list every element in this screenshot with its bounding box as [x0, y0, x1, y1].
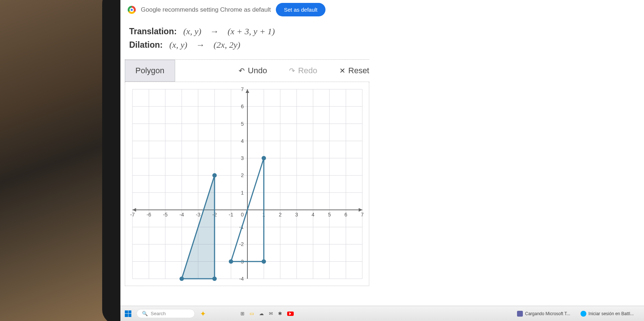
- svg-point-65: [229, 259, 233, 264]
- svg-text:-4: -4: [239, 276, 244, 282]
- search-placeholder: Search: [151, 311, 166, 316]
- youtube-icon[interactable]: [287, 312, 294, 316]
- chrome-icon: [128, 6, 136, 14]
- graph-svg[interactable]: -7-6-5-4-3-2-11234567-4-3-2-112345670: [125, 82, 370, 286]
- svg-marker-29: [359, 208, 362, 212]
- svg-text:4: 4: [241, 138, 244, 144]
- arrow-icon: →: [208, 27, 221, 36]
- search-icon: 🔍: [142, 311, 148, 316]
- dilation-to: (2x, 2y): [213, 40, 240, 50]
- svg-point-61: [180, 277, 184, 281]
- store-icon[interactable]: ✱: [278, 311, 282, 316]
- svg-text:-5: -5: [163, 212, 168, 218]
- redo-icon: ↷: [289, 66, 295, 75]
- reset-button[interactable]: ✕ Reset: [339, 66, 369, 75]
- svg-text:-1: -1: [229, 212, 234, 218]
- svg-point-64: [262, 259, 266, 264]
- taskbar-running-apps: Cargando Microsoft T... Iniciar sesión e…: [514, 309, 644, 318]
- battlenet-icon: [581, 311, 586, 317]
- svg-text:-4: -4: [180, 212, 184, 218]
- svg-text:6: 6: [241, 103, 244, 109]
- svg-point-60: [212, 277, 217, 281]
- svg-text:7: 7: [241, 86, 244, 92]
- copilot-icon[interactable]: ✦: [200, 309, 206, 318]
- redo-button[interactable]: ↷ Redo: [289, 66, 317, 75]
- chrome-default-banner: Google recommends setting Chrome as defa…: [120, 0, 644, 19]
- undo-label: Undo: [248, 66, 267, 75]
- reset-label: Reset: [348, 66, 369, 75]
- taskbar-app-teams[interactable]: Cargando Microsoft T...: [514, 309, 573, 318]
- translation-label: Translation:: [129, 27, 177, 36]
- undo-button[interactable]: ↶ Undo: [239, 66, 267, 75]
- coordinate-graph[interactable]: -7-6-5-4-3-2-11234567-4-3-2-112345670: [125, 82, 369, 286]
- dilation-rule: Dilation: (x, y) → (2x, 2y): [129, 40, 635, 50]
- svg-text:-3: -3: [196, 212, 201, 218]
- svg-text:4: 4: [312, 212, 315, 218]
- svg-text:5: 5: [241, 121, 244, 127]
- taskbar-pinned: ⊞ ▭ ☁ ✉ ✱: [240, 311, 294, 316]
- svg-text:3: 3: [295, 212, 298, 218]
- screen-content: Google recommends setting Chrome as defa…: [120, 0, 644, 321]
- undo-icon: ↶: [239, 66, 245, 75]
- svg-text:-7: -7: [130, 212, 135, 218]
- svg-text:-6: -6: [147, 212, 151, 218]
- polygon-button[interactable]: Polygon: [125, 60, 175, 82]
- svg-point-59: [212, 173, 217, 177]
- svg-text:3: 3: [241, 155, 244, 161]
- windows-taskbar: 🔍 Search ✦ ⊞ ▭ ☁ ✉ ✱ Cargando Microsoft …: [120, 306, 644, 321]
- teams-icon: [517, 311, 523, 317]
- svg-text:5: 5: [328, 212, 331, 218]
- svg-text:6: 6: [344, 212, 347, 218]
- svg-point-63: [262, 156, 266, 160]
- start-icon[interactable]: [125, 310, 131, 317]
- taskbar-app-assignment[interactable]: Assignment Player - G...: [641, 309, 644, 318]
- mail-icon[interactable]: ✉: [269, 311, 273, 316]
- chrome-banner-text: Google recommends setting Chrome as defa…: [141, 6, 271, 13]
- graph-toolbar: Polygon ↶ Undo ↷ Redo ✕ Reset: [125, 59, 369, 82]
- arrow-icon: →: [194, 40, 207, 50]
- dilation-from: (x, y): [169, 40, 187, 50]
- transformation-rules: Translation: (x, y) → (x + 3, y + 1) Dil…: [120, 19, 644, 56]
- taskbar-app-label: Cargando Microsoft T...: [525, 311, 570, 316]
- translation-rule: Translation: (x, y) → (x + 3, y + 1): [129, 27, 635, 36]
- close-icon: ✕: [339, 66, 346, 75]
- task-view-icon[interactable]: ⊞: [240, 311, 244, 316]
- svg-text:7: 7: [361, 212, 364, 218]
- svg-text:2: 2: [241, 172, 244, 178]
- svg-text:2: 2: [279, 212, 282, 218]
- translation-to: (x + 3, y + 1): [228, 27, 275, 36]
- svg-marker-31: [246, 89, 249, 93]
- svg-text:0: 0: [241, 212, 244, 218]
- set-default-button[interactable]: Set as default: [276, 3, 325, 16]
- translation-from: (x, y): [183, 27, 201, 36]
- redo-label: Redo: [298, 66, 317, 75]
- svg-text:1: 1: [241, 190, 244, 196]
- taskbar-app-battlenet[interactable]: Iniciar sesión en Battl...: [578, 309, 637, 318]
- taskbar-app-label: Iniciar sesión en Battl...: [589, 311, 634, 316]
- dilation-label: Dilation:: [129, 40, 163, 50]
- taskbar-search[interactable]: 🔍 Search: [136, 309, 195, 318]
- widgets-icon[interactable]: ☁: [259, 311, 264, 316]
- svg-marker-30: [132, 208, 136, 212]
- explorer-icon[interactable]: ▭: [250, 311, 254, 316]
